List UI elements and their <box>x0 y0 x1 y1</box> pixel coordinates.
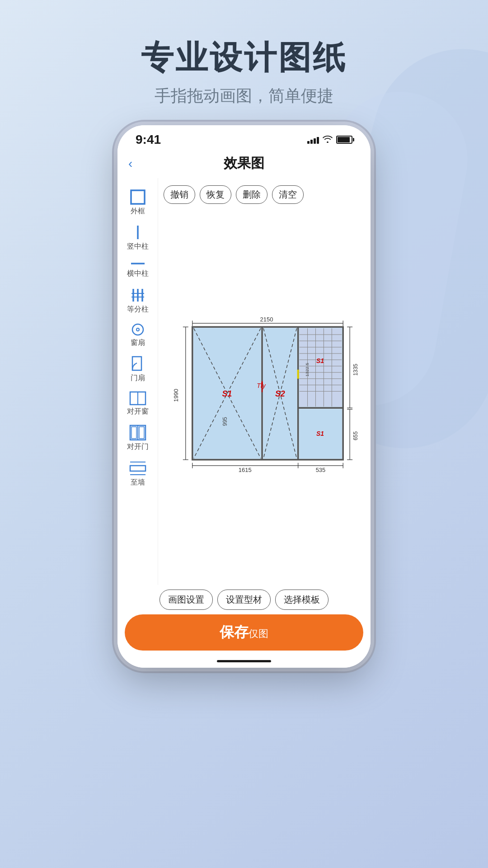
svg-text:S1: S1 <box>222 389 232 398</box>
save-button[interactable]: 保存仅图 <box>125 614 363 651</box>
status-icons <box>307 135 352 145</box>
toolbar: 撤销 恢复 删除 清空 <box>162 182 367 208</box>
bottom-buttons: 画图设置 设置型材 选择模板 <box>125 590 363 610</box>
status-bar: 9:41 <box>117 125 371 151</box>
header-section: 专业设计图纸 手指拖动画图，简单便捷 <box>141 36 347 107</box>
sidebar-item-equal-post[interactable]: 等分柱 <box>117 283 158 317</box>
equal-post-label: 等分柱 <box>127 305 149 313</box>
content-area: 外框 竖中柱 横中柱 <box>117 178 371 585</box>
battery-icon <box>336 136 352 144</box>
vert-post-icon <box>130 224 146 241</box>
svg-text:S1: S1 <box>316 357 324 364</box>
clear-button[interactable]: 清空 <box>272 185 304 204</box>
sidebar-item-window-sash[interactable]: 窗扇 <box>117 319 158 350</box>
home-indicator <box>117 654 371 668</box>
svg-text:1335: 1335 <box>352 363 359 376</box>
horiz-post-icon <box>130 259 146 268</box>
wall-icon <box>129 460 146 476</box>
set-material-button[interactable]: 设置型材 <box>217 590 271 610</box>
svg-text:S2: S2 <box>275 389 285 398</box>
save-sub-label: 仅图 <box>249 628 268 639</box>
sidebar-item-wall[interactable]: 至墙 <box>117 457 158 490</box>
sidebar-item-door-sash[interactable]: 门扇 <box>117 352 158 386</box>
sidebar: 外框 竖中柱 横中柱 <box>117 178 158 585</box>
casement-window-label: 对开窗 <box>127 407 149 415</box>
horiz-post-label: 横中柱 <box>127 269 149 278</box>
phone-mockup: 9:41 ‹ 效果图 <box>117 125 371 668</box>
window-sash-icon <box>131 322 145 337</box>
status-time: 9:41 <box>136 132 161 147</box>
window-diagram[interactable]: 2150 S1 <box>162 208 367 581</box>
draw-settings-button[interactable]: 画图设置 <box>160 590 213 610</box>
svg-rect-16 <box>139 427 144 439</box>
svg-text:S1: S1 <box>316 430 324 437</box>
back-button[interactable]: ‹ <box>128 156 132 171</box>
nav-bar: ‹ 效果图 <box>117 151 371 178</box>
choose-template-button[interactable]: 选择模板 <box>275 590 328 610</box>
outer-frame-icon <box>130 189 146 205</box>
svg-text:1615: 1615 <box>239 467 252 473</box>
svg-text:995: 995 <box>222 417 228 426</box>
door-sash-icon <box>131 356 145 372</box>
svg-point-9 <box>136 328 139 331</box>
sidebar-item-horiz-post[interactable]: 横中柱 <box>117 256 158 281</box>
equal-post-icon <box>130 287 146 303</box>
svg-text:1990: 1990 <box>173 389 179 402</box>
sidebar-item-vert-post[interactable]: 竖中柱 <box>117 221 158 254</box>
door-sash-label: 门扇 <box>131 373 145 382</box>
window-sash-label: 窗扇 <box>131 338 145 347</box>
wall-label: 至墙 <box>131 478 145 486</box>
drawing-area: 撤销 恢复 删除 清空 2150 <box>158 178 371 585</box>
save-main-label: 保存 <box>220 624 249 640</box>
page-title: 专业设计图纸 <box>141 36 347 80</box>
svg-rect-17 <box>130 466 145 471</box>
home-bar <box>217 660 271 662</box>
svg-text:1322.5: 1322.5 <box>305 363 310 377</box>
svg-rect-0 <box>131 190 145 204</box>
svg-text:Tty: Tty <box>257 382 266 389</box>
bottom-bar: 画图设置 设置型材 选择模板 保存仅图 <box>117 585 371 654</box>
wifi-icon <box>323 135 333 145</box>
signal-icon <box>307 136 319 144</box>
nav-title: 效果图 <box>224 154 264 173</box>
svg-rect-15 <box>131 427 136 439</box>
svg-text:535: 535 <box>316 467 326 473</box>
svg-text:2150: 2150 <box>260 316 273 323</box>
casement-door-icon <box>129 425 146 441</box>
diagram-svg: 2150 S1 <box>165 211 363 578</box>
sidebar-item-casement-window[interactable]: 对开窗 <box>117 387 158 419</box>
page-subtitle: 手指拖动画图，简单便捷 <box>141 85 347 107</box>
sidebar-item-casement-door[interactable]: 对开门 <box>117 421 158 454</box>
delete-button[interactable]: 删除 <box>236 185 267 204</box>
svg-point-8 <box>132 324 143 335</box>
vert-post-label: 竖中柱 <box>127 242 149 250</box>
undo-button[interactable]: 撤销 <box>164 185 195 204</box>
svg-text:655: 655 <box>352 431 359 440</box>
casement-window-icon <box>129 391 146 406</box>
redo-button[interactable]: 恢复 <box>200 185 231 204</box>
casement-door-label: 对开门 <box>127 442 149 451</box>
outer-frame-label: 外框 <box>131 207 145 215</box>
sidebar-item-outer-frame[interactable]: 外框 <box>117 185 158 219</box>
